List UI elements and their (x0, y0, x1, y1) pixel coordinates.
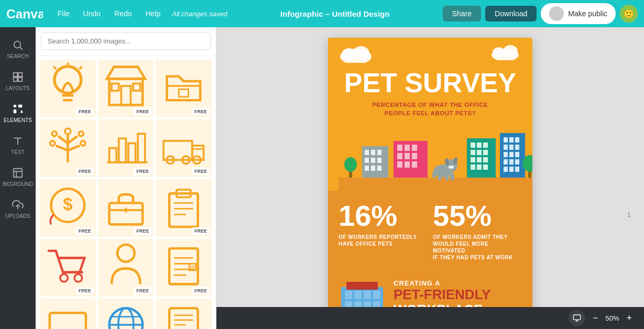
download-button[interactable]: Download (485, 6, 537, 21)
svg-point-29 (65, 128, 71, 134)
svg-rect-35 (118, 138, 126, 162)
svg-point-30 (52, 131, 57, 136)
user-avatar[interactable]: 🙂 (620, 5, 638, 23)
list-item[interactable]: FREE (40, 119, 96, 177)
sidebar-item-elements[interactable]: ELEMENTS (0, 96, 36, 128)
list-item[interactable]: FREE (98, 60, 154, 117)
sidebar-item-search[interactable]: SEARCH (0, 32, 36, 64)
svg-point-1 (14, 41, 21, 48)
sidebar-text-label: TEXT (11, 149, 25, 155)
stat2-number: 55% (433, 201, 522, 231)
share-button[interactable]: Share (443, 6, 481, 21)
svg-point-83 (503, 45, 518, 58)
svg-rect-6 (18, 78, 22, 81)
list-item[interactable]: FREE (40, 60, 96, 117)
svg-rect-138 (509, 152, 514, 157)
help-menu[interactable]: Help (141, 7, 165, 20)
list-item[interactable]: FREE (98, 179, 154, 237)
sidebar-item-background[interactable]: BKGROUND (0, 160, 36, 192)
make-public-button[interactable]: Make public (541, 3, 616, 24)
list-item[interactable]: FREE (156, 179, 212, 237)
list-item[interactable]: FREE (40, 299, 96, 329)
svg-rect-93 (377, 158, 381, 163)
svg-rect-88 (365, 150, 369, 155)
svg-rect-13 (14, 169, 23, 178)
list-item[interactable]: FREE (40, 239, 96, 297)
svg-point-80 (353, 46, 369, 61)
svg-point-54 (60, 274, 68, 282)
elements-panel: FREE FREE FR (36, 27, 216, 329)
svg-point-56 (117, 245, 135, 262)
sidebar-uploads-label: UPLOADS (5, 213, 30, 219)
list-item[interactable]: $ FREE (40, 179, 96, 237)
svg-rect-144 (509, 167, 514, 172)
file-menu[interactable]: File (53, 7, 74, 20)
list-item[interactable]: FREE (156, 60, 212, 117)
topbar-right: Share Download Make public 🙂 (443, 3, 638, 24)
svg-point-7 (14, 105, 17, 108)
svg-rect-120 (483, 142, 488, 148)
svg-rect-126 (483, 157, 488, 162)
svg-rect-90 (377, 150, 381, 155)
canva-logo[interactable]: Canva (6, 6, 43, 21)
svg-rect-95 (371, 166, 375, 171)
svg-rect-96 (377, 166, 381, 171)
list-item[interactable]: FREE (156, 299, 212, 329)
list-item[interactable]: FREE (156, 239, 212, 297)
present-button[interactable] (569, 310, 585, 326)
search-input[interactable] (41, 32, 211, 50)
svg-rect-92 (371, 158, 375, 163)
zoom-in-button[interactable]: + (622, 312, 636, 325)
free-badge: FREE (134, 227, 151, 235)
svg-rect-84 (339, 178, 532, 191)
sidebar-item-text[interactable]: TEXT (0, 128, 36, 160)
creating-label: CREATING A (394, 279, 522, 287)
svg-rect-34 (109, 148, 116, 162)
list-item[interactable]: FREE (156, 119, 212, 177)
sidebar-elements-label: ELEMENTS (4, 117, 32, 123)
svg-point-115 (445, 172, 449, 181)
svg-rect-3 (14, 73, 17, 76)
redo-button[interactable]: Redo (110, 7, 136, 20)
list-item[interactable]: FREE (98, 119, 154, 177)
svg-rect-141 (509, 159, 514, 165)
svg-rect-98 (397, 145, 402, 151)
zoom-out-button[interactable]: − (588, 312, 603, 325)
svg-rect-74 (169, 308, 198, 329)
svg-rect-127 (471, 165, 475, 170)
infographic-canvas[interactable]: PET SURVEY PERCENTAGE OF WHAT THE OFFICE… (328, 38, 532, 329)
svg-rect-106 (412, 161, 417, 168)
svg-rect-159 (573, 315, 580, 320)
list-item[interactable]: FREE (98, 299, 154, 329)
svg-rect-136 (515, 145, 519, 150)
elements-icon (12, 103, 24, 115)
search-area (36, 27, 216, 56)
svg-rect-25 (112, 83, 119, 91)
svg-rect-125 (477, 157, 482, 162)
list-item[interactable]: FREE (98, 239, 154, 297)
infographic-subtitle: PERCENTAGE OF WHAT THE OFFICEPEOPLE FEEL… (339, 101, 522, 117)
topbar: Canva File Undo Redo Help All changes sa… (0, 0, 644, 27)
pet-friendly-label: PET-FRIENDLY (394, 287, 522, 302)
svg-rect-5 (14, 78, 17, 81)
svg-point-55 (74, 274, 82, 282)
undo-button[interactable]: Undo (79, 7, 105, 20)
free-badge: FREE (76, 168, 94, 175)
sidebar-item-uploads[interactable]: UPLOADS (0, 192, 36, 224)
sidebar-item-layouts[interactable]: LAYOUTS (0, 64, 36, 96)
save-status: All changes saved (172, 10, 227, 18)
svg-rect-145 (515, 167, 519, 172)
free-badge: FREE (192, 227, 210, 235)
page-number: 1 (627, 211, 631, 218)
svg-rect-142 (515, 159, 519, 165)
stats-section: 16% OF WORKERS REPORTEDLYHAVE OFFICE PET… (328, 191, 532, 271)
svg-rect-37 (138, 134, 145, 162)
svg-rect-153 (373, 291, 380, 299)
free-badge: FREE (76, 108, 94, 115)
svg-rect-105 (405, 161, 410, 168)
svg-point-69 (109, 308, 143, 329)
stat-block-2: 55% OF WORKERS ADMIT THEYWOULD FEEL MORE… (433, 201, 522, 261)
make-public-label: Make public (568, 9, 607, 18)
svg-rect-124 (471, 157, 475, 162)
svg-rect-137 (504, 152, 508, 157)
